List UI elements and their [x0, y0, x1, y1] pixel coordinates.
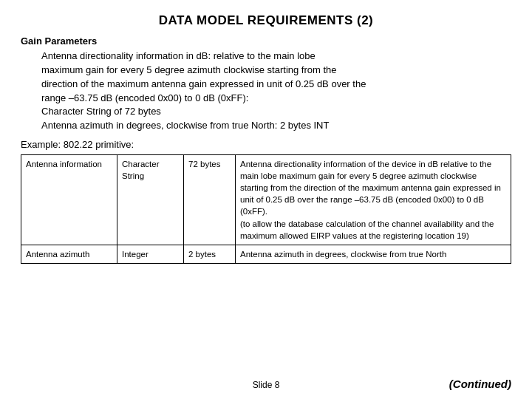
row1-col2: Character String: [117, 155, 184, 245]
footer: Slide 8 (Continued): [21, 375, 511, 390]
table-row: Antenna information Character String 72 …: [21, 155, 511, 245]
line-4: range –63.75 dB (encoded 0x00) to 0 dB (…: [41, 92, 248, 103]
page-title: DATA MODEL REQUIREMENTS (2): [21, 13, 511, 28]
row2-col2: Integer: [117, 245, 184, 263]
body-text-block: Antenna directionality information in dB…: [41, 50, 511, 133]
line-3: direction of the maximum antenna gain ex…: [41, 78, 366, 89]
page: DATA MODEL REQUIREMENTS (2) Gain Paramet…: [0, 0, 532, 399]
line-1: Antenna directionality information in dB…: [41, 50, 316, 61]
row1-col3: 72 bytes: [184, 155, 236, 245]
row1-col4: Antenna directionality information of th…: [236, 155, 511, 245]
row1-col1: Antenna information: [21, 155, 117, 245]
example-header: Example: 802.22 primitive:: [21, 139, 511, 150]
data-table: Antenna information Character String 72 …: [21, 154, 511, 264]
table-row: Antenna azimuth Integer 2 bytes Antenna …: [21, 245, 511, 263]
line-6: Antenna azimuth in degrees, clockwise fr…: [41, 120, 329, 131]
continued-label: (Continued): [449, 378, 511, 390]
row2-col3: 2 bytes: [184, 245, 236, 263]
row2-col1: Antenna azimuth: [21, 245, 117, 263]
slide-number: Slide 8: [184, 380, 347, 390]
line-2: maximum gain for every 5 degree azimuth …: [41, 64, 337, 75]
line-5: Character String of 72 bytes: [41, 106, 161, 117]
section-header: Gain Parameters: [21, 35, 511, 47]
row2-col4: Antenna azimuth in degrees, clockwise fr…: [236, 245, 511, 263]
